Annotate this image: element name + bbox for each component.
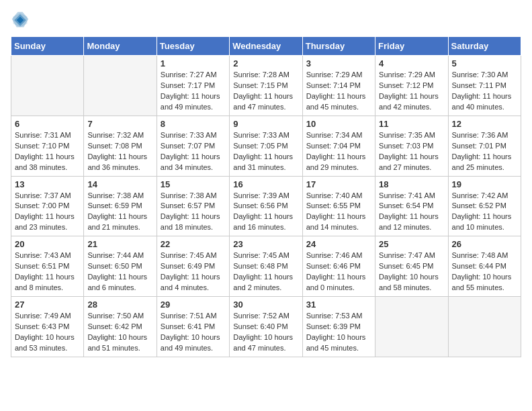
day-number: 30	[233, 300, 298, 310]
day-info: Sunrise: 7:47 AM Sunset: 6:45 PM Dayligh…	[379, 250, 444, 293]
calendar-day-21: 21Sunrise: 7:44 AM Sunset: 6:50 PM Dayli…	[84, 236, 157, 297]
column-header-monday: Monday	[84, 37, 157, 56]
day-number: 17	[306, 179, 371, 189]
column-header-saturday: Saturday	[448, 37, 521, 56]
day-number: 4	[379, 58, 444, 68]
calendar-empty-cell	[11, 56, 84, 116]
day-number: 15	[161, 179, 226, 189]
day-number: 1	[161, 58, 226, 68]
calendar-day-18: 18Sunrise: 7:41 AM Sunset: 6:54 PM Dayli…	[375, 176, 448, 236]
day-info: Sunrise: 7:34 AM Sunset: 7:04 PM Dayligh…	[306, 130, 371, 173]
day-info: Sunrise: 7:44 AM Sunset: 6:50 PM Dayligh…	[87, 250, 152, 293]
calendar-day-24: 24Sunrise: 7:46 AM Sunset: 6:46 PM Dayli…	[302, 236, 375, 297]
day-number: 5	[452, 58, 517, 68]
calendar-day-5: 5Sunrise: 7:30 AM Sunset: 7:11 PM Daylig…	[448, 56, 521, 116]
calendar-week-row: 20Sunrise: 7:43 AM Sunset: 6:51 PM Dayli…	[11, 236, 521, 297]
calendar-day-11: 11Sunrise: 7:35 AM Sunset: 7:03 PM Dayli…	[375, 116, 448, 176]
calendar-day-29: 29Sunrise: 7:51 AM Sunset: 6:41 PM Dayli…	[157, 297, 229, 357]
calendar-day-20: 20Sunrise: 7:43 AM Sunset: 6:51 PM Dayli…	[11, 236, 84, 297]
calendar-day-31: 31Sunrise: 7:53 AM Sunset: 6:39 PM Dayli…	[302, 297, 375, 357]
day-info: Sunrise: 7:45 AM Sunset: 6:48 PM Dayligh…	[233, 250, 298, 293]
day-info: Sunrise: 7:35 AM Sunset: 7:03 PM Dayligh…	[379, 130, 444, 173]
day-number: 9	[233, 119, 298, 129]
day-info: Sunrise: 7:27 AM Sunset: 7:17 PM Dayligh…	[161, 70, 226, 113]
day-number: 6	[15, 119, 80, 129]
day-info: Sunrise: 7:45 AM Sunset: 6:49 PM Dayligh…	[161, 250, 226, 293]
day-number: 22	[161, 239, 226, 249]
calendar-day-26: 26Sunrise: 7:48 AM Sunset: 6:44 PM Dayli…	[448, 236, 521, 297]
calendar-empty-cell	[84, 56, 157, 116]
column-header-friday: Friday	[375, 37, 448, 56]
calendar-day-4: 4Sunrise: 7:29 AM Sunset: 7:12 PM Daylig…	[375, 56, 448, 116]
calendar-week-row: 1Sunrise: 7:27 AM Sunset: 7:17 PM Daylig…	[11, 56, 521, 116]
calendar-week-row: 6Sunrise: 7:31 AM Sunset: 7:10 PM Daylig…	[11, 116, 521, 176]
calendar-day-3: 3Sunrise: 7:29 AM Sunset: 7:14 PM Daylig…	[302, 56, 375, 116]
day-info: Sunrise: 7:37 AM Sunset: 7:00 PM Dayligh…	[15, 191, 80, 234]
day-info: Sunrise: 7:43 AM Sunset: 6:51 PM Dayligh…	[15, 250, 80, 293]
day-number: 28	[87, 300, 152, 310]
day-info: Sunrise: 7:28 AM Sunset: 7:15 PM Dayligh…	[233, 70, 298, 113]
day-info: Sunrise: 7:40 AM Sunset: 6:55 PM Dayligh…	[306, 191, 371, 234]
day-info: Sunrise: 7:39 AM Sunset: 6:56 PM Dayligh…	[233, 191, 298, 234]
day-info: Sunrise: 7:50 AM Sunset: 6:42 PM Dayligh…	[87, 311, 152, 354]
day-number: 18	[379, 179, 444, 189]
day-info: Sunrise: 7:41 AM Sunset: 6:54 PM Dayligh…	[379, 191, 444, 234]
calendar-day-17: 17Sunrise: 7:40 AM Sunset: 6:55 PM Dayli…	[302, 176, 375, 236]
day-info: Sunrise: 7:38 AM Sunset: 6:59 PM Dayligh…	[87, 191, 152, 234]
day-info: Sunrise: 7:29 AM Sunset: 7:14 PM Dayligh…	[306, 70, 371, 113]
column-header-sunday: Sunday	[11, 37, 84, 56]
logo-icon	[11, 11, 30, 30]
day-number: 7	[87, 119, 152, 129]
day-info: Sunrise: 7:52 AM Sunset: 6:40 PM Dayligh…	[233, 311, 298, 354]
day-number: 2	[233, 58, 298, 68]
day-number: 20	[15, 239, 80, 249]
column-header-thursday: Thursday	[302, 37, 375, 56]
day-info: Sunrise: 7:38 AM Sunset: 6:57 PM Dayligh…	[161, 191, 226, 234]
calendar-day-2: 2Sunrise: 7:28 AM Sunset: 7:15 PM Daylig…	[230, 56, 302, 116]
calendar-day-19: 19Sunrise: 7:42 AM Sunset: 6:52 PM Dayli…	[448, 176, 521, 236]
calendar-header-row: SundayMondayTuesdayWednesdayThursdayFrid…	[11, 37, 521, 56]
calendar-day-22: 22Sunrise: 7:45 AM Sunset: 6:49 PM Dayli…	[157, 236, 229, 297]
day-number: 19	[452, 179, 517, 189]
day-info: Sunrise: 7:48 AM Sunset: 6:44 PM Dayligh…	[452, 250, 517, 293]
day-number: 31	[306, 300, 371, 310]
logo	[11, 11, 32, 30]
day-number: 21	[87, 239, 152, 249]
day-info: Sunrise: 7:53 AM Sunset: 6:39 PM Dayligh…	[306, 311, 371, 354]
calendar-day-28: 28Sunrise: 7:50 AM Sunset: 6:42 PM Dayli…	[84, 297, 157, 357]
day-number: 23	[233, 239, 298, 249]
column-header-tuesday: Tuesday	[157, 37, 229, 56]
calendar-day-16: 16Sunrise: 7:39 AM Sunset: 6:56 PM Dayli…	[230, 176, 302, 236]
day-number: 16	[233, 179, 298, 189]
calendar-table: SundayMondayTuesdayWednesdayThursdayFrid…	[11, 36, 521, 357]
day-number: 25	[379, 239, 444, 249]
day-number: 12	[452, 119, 517, 129]
calendar-day-8: 8Sunrise: 7:33 AM Sunset: 7:07 PM Daylig…	[157, 116, 229, 176]
calendar-day-25: 25Sunrise: 7:47 AM Sunset: 6:45 PM Dayli…	[375, 236, 448, 297]
calendar-day-7: 7Sunrise: 7:32 AM Sunset: 7:08 PM Daylig…	[84, 116, 157, 176]
day-info: Sunrise: 7:29 AM Sunset: 7:12 PM Dayligh…	[379, 70, 444, 113]
day-info: Sunrise: 7:30 AM Sunset: 7:11 PM Dayligh…	[452, 70, 517, 113]
calendar-empty-cell	[375, 297, 448, 357]
day-number: 14	[87, 179, 152, 189]
day-info: Sunrise: 7:51 AM Sunset: 6:41 PM Dayligh…	[161, 311, 226, 354]
day-number: 10	[306, 119, 371, 129]
column-header-wednesday: Wednesday	[230, 37, 302, 56]
day-number: 13	[15, 179, 80, 189]
day-number: 3	[306, 58, 371, 68]
calendar-day-13: 13Sunrise: 7:37 AM Sunset: 7:00 PM Dayli…	[11, 176, 84, 236]
calendar-week-row: 13Sunrise: 7:37 AM Sunset: 7:00 PM Dayli…	[11, 176, 521, 236]
day-number: 27	[15, 300, 80, 310]
calendar-day-10: 10Sunrise: 7:34 AM Sunset: 7:04 PM Dayli…	[302, 116, 375, 176]
day-info: Sunrise: 7:31 AM Sunset: 7:10 PM Dayligh…	[15, 130, 80, 173]
calendar-day-1: 1Sunrise: 7:27 AM Sunset: 7:17 PM Daylig…	[157, 56, 229, 116]
calendar-day-27: 27Sunrise: 7:49 AM Sunset: 6:43 PM Dayli…	[11, 297, 84, 357]
day-number: 8	[161, 119, 226, 129]
day-info: Sunrise: 7:36 AM Sunset: 7:01 PM Dayligh…	[452, 130, 517, 173]
day-info: Sunrise: 7:32 AM Sunset: 7:08 PM Dayligh…	[87, 130, 152, 173]
day-number: 29	[161, 300, 226, 310]
calendar-day-23: 23Sunrise: 7:45 AM Sunset: 6:48 PM Dayli…	[230, 236, 302, 297]
day-number: 24	[306, 239, 371, 249]
page-header	[11, 11, 521, 30]
calendar-day-30: 30Sunrise: 7:52 AM Sunset: 6:40 PM Dayli…	[230, 297, 302, 357]
